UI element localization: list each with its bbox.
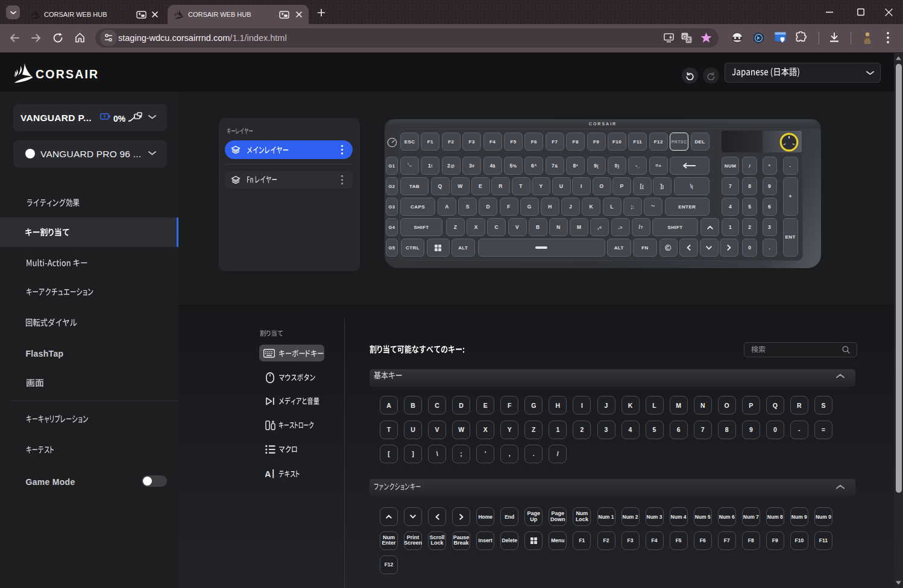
svg-text:A: A [265, 469, 271, 479]
